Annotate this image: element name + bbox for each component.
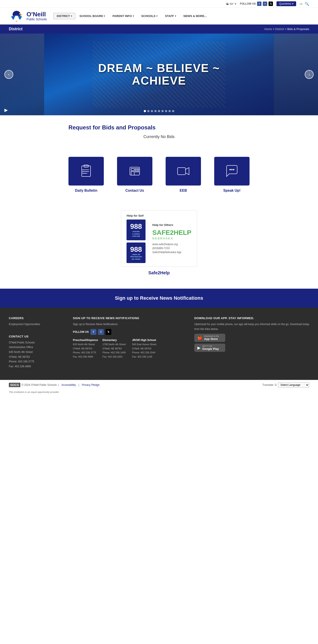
google-play-badge[interactable]: ▶ GET IT ON Google Play <box>194 344 225 352</box>
footer: CAREERS Employment Opportunities CONTACT… <box>0 308 318 380</box>
nav-news[interactable]: NEWS & MORE... <box>180 13 210 19</box>
logo-text: O'Neill Public Schools <box>26 11 47 21</box>
translate-section: Translate G Select Language <box>262 382 309 388</box>
slide-text: DREAM ~ BELIEVE ~ ACHIEVE <box>80 62 238 87</box>
eeb-icon-box <box>166 157 201 186</box>
nav-staff-arrow-icon: ▾ <box>175 15 176 17</box>
slide-dot-1[interactable] <box>144 110 146 112</box>
footer-addr-highschool: JR/SR High School 540 East Hynes Street … <box>132 338 158 359</box>
twitter-icon[interactable]: 𝕏 <box>268 2 273 6</box>
footer-careers-title: CAREERS <box>9 316 66 320</box>
accessibility-link[interactable]: Accessibility <box>62 384 76 386</box>
breadcrumb-district[interactable]: District <box>275 28 284 31</box>
footer-app-title: Download Our App. Stay Informed. <box>194 316 309 320</box>
breadcrumb-bar: District Home > District > Bids & Propos… <box>0 24 318 34</box>
slideshow-play-button[interactable]: ▶ <box>4 107 8 113</box>
daily-bulletin-link[interactable]: Daily Bulletin <box>68 157 104 192</box>
daily-bulletin-label: Daily Bulletin <box>75 188 97 192</box>
follow-us: FOLLOW US f f 𝕏 <box>240 2 273 6</box>
facebook-icon[interactable]: f <box>257 2 262 6</box>
top-bar: 🌥 69° ▾ FOLLOW US f f 𝕏 Quicklinks ▾ ⇨ 🔍 <box>0 0 318 8</box>
google-play-icon: ▶ <box>198 346 200 350</box>
quick-icons-section: Daily Bulletin Contact Us EEB <box>0 144 318 206</box>
nav-schools[interactable]: SCHOOLS ▾ <box>138 13 161 19</box>
nav-district-arrow-icon: ▾ <box>71 15 72 17</box>
apple-icon: 🍎 <box>198 336 202 340</box>
speak-up-link[interactable]: Speak Up! <box>214 157 250 192</box>
slide-headline: DREAM ~ BELIEVE ~ ACHIEVE <box>80 62 238 87</box>
svg-point-15 <box>82 173 83 174</box>
svg-point-25 <box>230 169 231 170</box>
svg-rect-22 <box>131 172 134 175</box>
slide-dot-8[interactable] <box>168 110 171 112</box>
footer-contact-addr: 635 North 4th Street <box>9 350 66 355</box>
slide-dot-4[interactable] <box>154 110 156 112</box>
footer-grid: CAREERS Employment Opportunities CONTACT… <box>9 316 309 369</box>
speak-up-icon-box <box>214 157 250 186</box>
footer-follow: FOLLOW US f f 𝕏 <box>73 329 188 335</box>
nav-staff[interactable]: STAFF ▾ <box>162 13 179 19</box>
safe2help-link[interactable]: Safe2Help <box>148 270 170 276</box>
slideshow: DREAM ~ BELIEVE ~ ACHIEVE ‹ › ▶ <box>0 34 318 115</box>
help-self-col: Help for Self 988 SUICIDE& CRISISLIFELIN… <box>126 214 145 263</box>
svg-point-3 <box>20 14 20 14</box>
safe2help-logo-text: SAFE2HELP <box>152 229 192 236</box>
employment-link[interactable]: Employment Opportunities <box>9 322 66 327</box>
breadcrumb: Home > District > Bids & Proposals <box>264 28 309 31</box>
video-camera-icon <box>176 164 190 178</box>
slide-dot-6[interactable] <box>162 110 164 112</box>
slide-dot-3[interactable] <box>151 110 153 112</box>
svg-point-13 <box>82 170 83 170</box>
cloud-moon-icon: 🌥 <box>226 2 229 6</box>
eagle-logo-icon <box>9 10 24 22</box>
eeb-label: EEB <box>180 188 187 192</box>
nav-parent-info[interactable]: PARENT INFO ▾ <box>109 13 137 19</box>
breadcrumb-home[interactable]: Home <box>264 28 272 31</box>
footer-facebook2-icon[interactable]: f <box>98 329 104 335</box>
speak-up-label: Speak Up! <box>223 188 240 192</box>
socs-section: SOCS © 2024 O'Neill Public Schools | Acc… <box>9 383 101 387</box>
contact-us-link[interactable]: Contact Us <box>117 157 152 192</box>
privacy-link[interactable]: Privacy Pledge <box>82 384 100 386</box>
eeb-link[interactable]: EEB <box>166 157 201 192</box>
svg-marker-24 <box>186 168 189 175</box>
temp-expand-icon[interactable]: ▾ <box>235 2 236 6</box>
phone-office-icon <box>128 164 142 178</box>
footer-addr-preschool: Preschool/Sixpence 635 North 4th Street … <box>73 338 99 359</box>
footer-signup-title: SIGN UP TO RECEIVE NEWS NOTIFICATIONS <box>73 316 188 320</box>
login-icon[interactable]: ⇨ <box>300 2 302 6</box>
svg-rect-23 <box>178 168 186 175</box>
slide-dot-7[interactable] <box>165 110 167 112</box>
quicklinks-button[interactable]: Quicklinks ▾ <box>276 1 296 6</box>
search-icon[interactable]: 🔍 <box>305 2 309 6</box>
news-signup-banner[interactable]: Sign up to Receive News Notifications <box>0 289 318 308</box>
footer-signup-link[interactable]: Sign up to Receive News Notifications <box>73 322 188 327</box>
daily-bulletin-icon-box <box>68 157 104 186</box>
nav-school-board[interactable]: SCHOOL BOARD ▾ <box>76 13 108 19</box>
language-selector[interactable]: Select Language <box>278 382 309 388</box>
slide-dot-5[interactable] <box>158 110 160 112</box>
slide-dot-2[interactable] <box>147 110 150 112</box>
footer-addr-elementary: Elementary 1700 North 4th Street O'Neill… <box>102 338 128 359</box>
bids-section: Request for Bids and Proposals Currently… <box>60 115 258 144</box>
svg-point-26 <box>231 169 232 170</box>
svg-marker-1 <box>20 14 22 16</box>
slide-dot-9[interactable] <box>172 110 174 112</box>
equal-opportunity: This institution is an equal opportunity… <box>0 390 318 396</box>
safe2help-phone: (833)980-7233 <box>152 247 192 250</box>
logo[interactable]: O'Neill Public Schools <box>9 10 47 22</box>
svg-rect-19 <box>135 171 136 172</box>
nav-district[interactable]: DISTRICT ▾ <box>54 13 75 19</box>
facebook2-icon[interactable]: f <box>263 2 267 6</box>
slideshow-next-button[interactable]: › <box>305 70 314 79</box>
contact-us-icon-box <box>117 157 152 186</box>
slideshow-prev-button[interactable]: ‹ <box>4 70 13 79</box>
footer-facebook-icon[interactable]: f <box>90 329 96 335</box>
bids-body: Currently No Bids <box>68 134 250 139</box>
quicklinks-arrow-icon: ▾ <box>292 2 294 5</box>
footer-twitter-icon[interactable]: 𝕏 <box>106 329 111 335</box>
footer-contact-phone: Phone: 402.336.3775 <box>9 359 66 364</box>
app-store-badge[interactable]: 🍎 Download on the App Store <box>194 334 225 342</box>
footer-bottom: SOCS © 2024 O'Neill Public Schools | Acc… <box>0 380 318 390</box>
help-others-label: Help for Others <box>152 223 192 226</box>
